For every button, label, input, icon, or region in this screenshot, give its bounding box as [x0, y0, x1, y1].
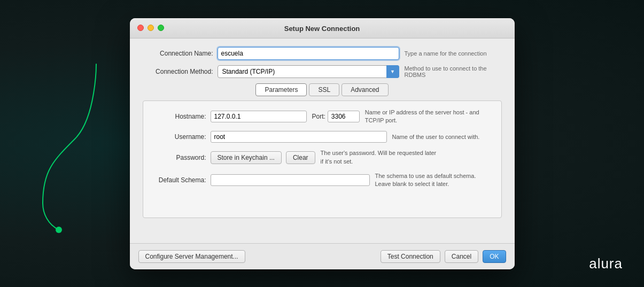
configure-server-management-button[interactable]: Configure Server Management...: [138, 250, 245, 263]
username-row: Username: Name of the user to connect wi…: [152, 131, 493, 143]
tabs-row: Parameters SSL Advanced: [143, 83, 502, 96]
connection-method-hint: Method to use to connect to the RDBMS: [405, 65, 502, 78]
dialog-content: Connection Name: Type a name for the con…: [130, 38, 515, 243]
connection-name-label: Connection Name:: [143, 50, 218, 57]
port-label: Port:: [312, 113, 325, 120]
port-input[interactable]: [328, 111, 360, 122]
username-hint: Name of the user to connect with.: [392, 133, 480, 141]
password-hint: The user's password. Will be requested l…: [321, 149, 438, 166]
connection-method-row: Connection Method: Standard (TCP/IP) Sta…: [143, 65, 502, 78]
connection-method-label: Connection Method:: [143, 68, 218, 75]
dialog-footer: Configure Server Management... Test Conn…: [130, 243, 515, 269]
store-keychain-button[interactable]: Store in Keychain ...: [211, 151, 282, 164]
hostname-hint: Name or IP address of the server host - …: [365, 108, 483, 125]
connection-name-input[interactable]: [218, 47, 399, 60]
default-schema-label: Default Schema:: [152, 176, 211, 184]
close-button[interactable]: [137, 25, 144, 31]
test-connection-button[interactable]: Test Connection: [381, 250, 440, 263]
clear-password-button[interactable]: Clear: [286, 151, 315, 164]
default-schema-hint: The schema to use as default schema. Lea…: [375, 172, 493, 189]
username-input[interactable]: [211, 131, 387, 143]
alura-logo: alura: [589, 255, 623, 272]
tab-parameters[interactable]: Parameters: [255, 83, 307, 96]
connection-name-row: Connection Name: Type a name for the con…: [143, 47, 502, 60]
default-schema-row: Default Schema: The schema to use as def…: [152, 172, 493, 189]
dialog-window: Setup New Connection Connection Name: Ty…: [130, 18, 515, 269]
params-panel: Hostname: Port: Name or IP address of th…: [143, 100, 502, 218]
footer-right-buttons: Test Connection Cancel OK: [381, 250, 506, 263]
username-label: Username:: [152, 133, 211, 141]
password-label: Password:: [152, 154, 211, 161]
tab-advanced[interactable]: Advanced: [342, 83, 388, 96]
default-schema-input[interactable]: [211, 174, 370, 186]
cancel-button[interactable]: Cancel: [445, 250, 478, 263]
minimize-button[interactable]: [148, 25, 154, 31]
title-bar: Setup New Connection: [130, 18, 515, 38]
hostname-row: Hostname: Port: Name or IP address of th…: [152, 108, 493, 125]
ok-button[interactable]: OK: [483, 250, 506, 263]
traffic-lights: [137, 25, 164, 31]
dialog-title: Setup New Connection: [284, 25, 360, 33]
decorative-svg: [32, 53, 107, 235]
maximize-button[interactable]: [158, 25, 164, 31]
connection-method-select-wrapper: Standard (TCP/IP) Standard TCP/IP over S…: [218, 65, 399, 78]
password-row: Password: Store in Keychain ... Clear Th…: [152, 149, 493, 166]
connection-method-select[interactable]: Standard (TCP/IP) Standard TCP/IP over S…: [218, 65, 399, 78]
svg-point-0: [56, 227, 62, 233]
hostname-input[interactable]: [211, 111, 307, 122]
hostname-label: Hostname:: [152, 113, 211, 120]
tab-ssl[interactable]: SSL: [309, 83, 339, 96]
connection-name-hint: Type a name for the connection: [405, 50, 487, 57]
